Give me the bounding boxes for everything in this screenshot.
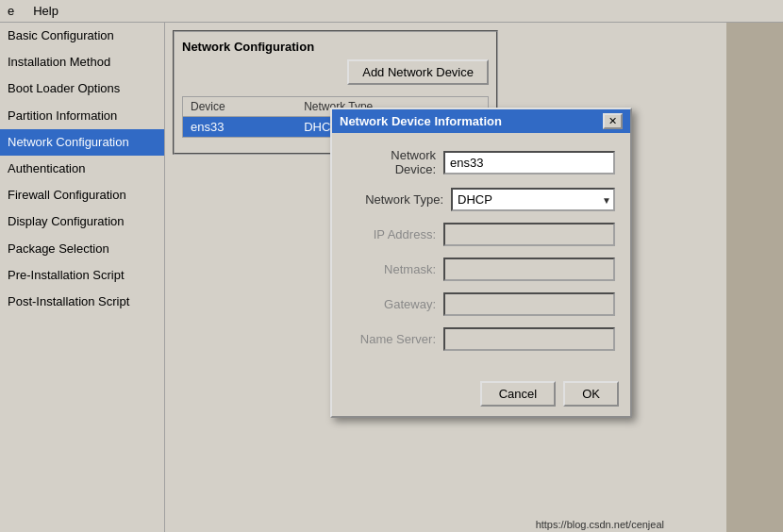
gateway-input[interactable] (443, 292, 615, 316)
sidebar-item-authentication[interactable]: Authentication (0, 156, 164, 182)
content-area: Network Configuration Add Network Device… (165, 23, 726, 532)
modal-overlay: Network Device Information ✕ Network Dev… (165, 23, 726, 532)
sidebar-item-boot-loader-options[interactable]: Boot Loader Options (0, 75, 164, 102)
network-device-info-dialog: Network Device Information ✕ Network Dev… (330, 108, 632, 418)
sidebar-item-basic-configuration[interactable]: Basic Configuration (0, 23, 164, 49)
sidebar-item-package-selection[interactable]: Package Selection (0, 236, 164, 262)
modal-titlebar: Network Device Information ✕ (332, 109, 630, 133)
sidebar-item-partition-information[interactable]: Partition Information (0, 103, 164, 129)
modal-body: Network Device: Network Type: DHCP Stati… (332, 133, 630, 374)
name-server-input[interactable] (443, 327, 615, 351)
sidebar: Basic Configuration Installation Method … (0, 23, 165, 532)
netmask-row: Netmask: (347, 258, 615, 281)
ip-address-row: IP Address: (347, 223, 615, 246)
network-type-label: Network Type: (347, 192, 451, 207)
sidebar-item-network-configuration[interactable]: Network Configuration (0, 129, 164, 156)
network-device-input[interactable] (443, 151, 615, 175)
sidebar-item-firewall-configuration[interactable]: Firewall Configuration (0, 182, 164, 208)
gateway-label: Gateway: (347, 297, 443, 311)
sidebar-item-post-installation-script[interactable]: Post-Installation Script (0, 289, 164, 315)
network-type-select-wrapper: DHCP Static ▼ (451, 188, 615, 211)
name-server-row: Name Server: (347, 327, 615, 351)
right-stripe (726, 23, 783, 532)
ip-address-input[interactable] (443, 223, 615, 246)
sidebar-item-installation-method[interactable]: Installation Method (0, 49, 164, 75)
modal-title: Network Device Information (340, 114, 502, 128)
netmask-label: Netmask: (347, 262, 443, 276)
cancel-button[interactable]: Cancel (480, 381, 556, 407)
gateway-row: Gateway: (347, 292, 615, 316)
name-server-label: Name Server: (347, 332, 443, 346)
menubar: e Help (0, 0, 783, 23)
network-type-row: Network Type: DHCP Static ▼ (347, 188, 615, 211)
main-layout: Basic Configuration Installation Method … (0, 23, 783, 532)
network-type-select[interactable]: DHCP Static (451, 188, 615, 211)
ok-button[interactable]: OK (563, 381, 619, 407)
ip-address-label: IP Address: (347, 227, 443, 241)
network-device-label: Network Device: (347, 148, 443, 176)
network-device-row: Network Device: (347, 148, 615, 176)
menu-item-help[interactable]: Help (29, 4, 62, 18)
menu-item-e[interactable]: e (4, 4, 18, 18)
netmask-input[interactable] (443, 258, 615, 281)
sidebar-item-display-configuration[interactable]: Display Configuration (0, 208, 164, 235)
sidebar-item-pre-installation-script[interactable]: Pre-Installation Script (0, 262, 164, 289)
modal-buttons: Cancel OK (332, 374, 630, 416)
modal-close-button[interactable]: ✕ (603, 113, 623, 129)
